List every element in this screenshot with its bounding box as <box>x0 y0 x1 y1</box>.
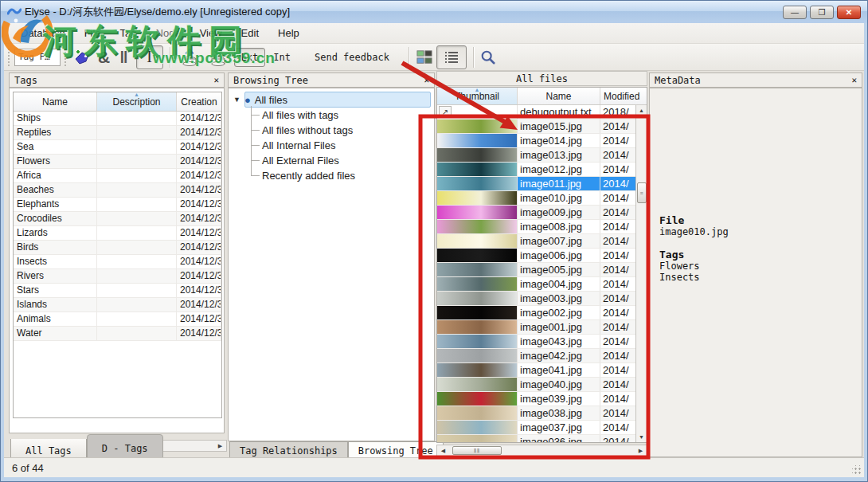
scroll-down-icon[interactable]: ▼ <box>635 432 647 442</box>
menu-node[interactable]: Node <box>147 25 190 41</box>
toolbar-grip[interactable] <box>64 48 68 67</box>
file-row[interactable]: image013.jpg2014/ <box>437 148 635 163</box>
file-row[interactable]: image003.jpg2014/ <box>437 292 635 306</box>
tag-row[interactable]: Rivers2014/12/3 <box>14 269 221 284</box>
metadata-close-icon[interactable]: ✕ <box>851 75 857 85</box>
search-icon[interactable] <box>479 49 498 65</box>
files-vscrollbar[interactable]: ▲ ≡ ▼ <box>635 105 647 442</box>
tag-row[interactable]: Stars2014/12/3 <box>14 284 221 298</box>
file-row[interactable]: image005.jpg2014/ <box>437 263 635 277</box>
file-row[interactable]: image009.jpg2014/ <box>437 206 635 220</box>
tag-or-icon[interactable]: ‖ <box>115 48 134 67</box>
menu-help[interactable]: Help <box>269 25 308 41</box>
maximize-button[interactable]: ❐ <box>810 6 834 19</box>
tag-row[interactable]: Insects2014/12/3 <box>14 255 221 269</box>
menu-database[interactable]: Database <box>12 25 74 41</box>
file-row[interactable]: image043.jpg2014/ <box>437 335 635 349</box>
tag-row[interactable]: Lizards2014/12/3 <box>14 226 221 241</box>
tag-row[interactable]: Crocodiles2014/12/3 <box>14 212 221 226</box>
tags-column-name[interactable]: Name <box>14 92 97 111</box>
tree-item[interactable]: All files without tags <box>248 123 434 138</box>
tag-filter-field[interactable]: Tag F… <box>14 49 61 66</box>
resize-grip[interactable] <box>852 465 862 475</box>
tree-item-all-files[interactable]: ▼ ● All files <box>230 92 432 108</box>
file-modified-cell: 2014/ <box>600 292 635 305</box>
menu-view[interactable]: View <box>191 25 231 41</box>
tag-row[interactable]: Reptiles2014/12/3 <box>14 126 221 140</box>
tag-row[interactable]: Birds2014/12/3 <box>14 241 221 255</box>
tree-item[interactable]: All External Files <box>248 153 434 168</box>
tag-row[interactable]: Ships2014/12/3 <box>14 112 221 126</box>
menu-file[interactable]: File <box>76 25 110 41</box>
tree-item[interactable]: All files with tags <box>248 108 434 123</box>
tag-row[interactable]: Islands2014/12/3 <box>14 298 221 312</box>
scroll-right-icon[interactable]: ▶ <box>635 445 647 456</box>
title-bar[interactable]: Elyse - D:/河东软件园/Elyse/demo.ely [Unregis… <box>1 1 867 23</box>
files-hscrollbar[interactable]: ◀ ⦀⦀ ▶ <box>436 445 647 457</box>
metadata-panel-header: MetaData ✕ <box>649 72 862 88</box>
tag-and-icon[interactable]: & <box>93 48 115 67</box>
tags-panel-close-icon[interactable]: ✕ <box>213 75 219 85</box>
file-row[interactable]: image008.jpg2014/ <box>437 220 635 234</box>
scrollbar-thumb[interactable]: ≡ <box>637 182 647 203</box>
scrollbar-thumb[interactable]: ⦀⦀ <box>452 446 502 455</box>
tag-row[interactable]: Beaches2014/12/3 <box>14 183 221 198</box>
tags-column-creation[interactable]: Creation <box>177 92 221 111</box>
file-row[interactable]: image038.jpg2014/ <box>437 406 635 421</box>
close-button[interactable]: ✕ <box>837 6 861 19</box>
file-row[interactable]: ↗debugoutput.txt2018/ <box>437 105 635 120</box>
external-files-toggle[interactable]: Ext <box>234 48 266 67</box>
file-row[interactable]: image040.jpg2014/ <box>437 378 635 392</box>
toolbar-grip[interactable] <box>7 48 11 67</box>
file-row[interactable]: image001.jpg2014/ <box>437 320 635 335</box>
file-row[interactable]: image011.jpg2014/ <box>437 177 635 191</box>
file-row[interactable]: image041.jpg2014/ <box>437 363 635 378</box>
add-tag-icon[interactable] <box>73 49 91 65</box>
file-row[interactable]: image037.jpg2014/ <box>437 421 635 435</box>
send-feedback-button[interactable]: Send feedback <box>308 52 396 63</box>
tag-row[interactable]: Africa2014/12/3 <box>14 169 221 183</box>
thumbnail-image <box>437 378 517 391</box>
file-row[interactable]: image015.jpg2014/ <box>437 120 635 134</box>
tags-column-description[interactable]: ▲ Description <box>97 92 177 111</box>
file-row[interactable]: image039.jpg2014/ <box>437 392 635 406</box>
ibeam-toggle-button[interactable]: I <box>136 45 163 69</box>
minimize-button[interactable]: — <box>783 6 807 19</box>
browsing-tree-close-icon[interactable]: ✕ <box>424 75 429 85</box>
scroll-up-icon[interactable]: ▲ <box>635 105 647 116</box>
file-thumbnail <box>437 406 518 420</box>
menu-tag[interactable]: Tag <box>111 25 146 41</box>
tag-row[interactable]: Animals2014/12/3 <box>14 312 221 327</box>
tags-panel-header: Tags ✕ <box>9 72 225 88</box>
scroll-right-icon[interactable]: ▶ <box>214 441 226 451</box>
tag-creation-cell: 2014/12/3 <box>177 298 221 312</box>
scroll-left-icon[interactable]: ◀ <box>437 445 449 456</box>
internal-files-toggle[interactable]: Int <box>267 52 297 63</box>
thumbnail-view-icon[interactable] <box>414 49 435 65</box>
file-row[interactable]: image006.jpg2014/ <box>437 249 635 263</box>
export-database-icon[interactable] <box>179 48 200 67</box>
files-column-thumbnail[interactable]: ▲ Thumbnail <box>437 88 518 104</box>
tree-item[interactable]: Recently added files <box>248 168 434 183</box>
file-row[interactable]: image014.jpg2014/ <box>437 134 635 148</box>
tag-row[interactable]: Elephants2014/12/3 <box>14 198 221 212</box>
metadata-tag: Flowers <box>659 261 729 272</box>
collapse-icon[interactable]: ▼ <box>233 96 240 104</box>
file-row[interactable]: image002.jpg2014/ <box>437 306 635 320</box>
files-column-modified[interactable]: Modified <box>600 88 647 104</box>
menu-edit[interactable]: Edit <box>233 25 268 41</box>
file-row[interactable]: image036.jpg2014/ <box>437 435 635 442</box>
file-row[interactable]: image012.jpg2014/ <box>437 163 635 177</box>
list-view-button[interactable] <box>436 45 467 69</box>
file-name-cell: image013.jpg <box>518 148 600 162</box>
file-row[interactable]: image004.jpg2014/ <box>437 277 635 292</box>
import-database-icon[interactable] <box>208 48 229 67</box>
files-column-name[interactable]: Name <box>518 88 600 104</box>
tree-item[interactable]: All Internal Files <box>248 138 434 153</box>
tag-row[interactable]: Water2014/12/3 <box>14 327 221 341</box>
tag-row[interactable]: Sea2014/12/3 <box>14 140 221 155</box>
tag-row[interactable]: Flowers2014/12/3 <box>14 155 221 169</box>
file-row[interactable]: image042.jpg2014/ <box>437 349 635 363</box>
file-row[interactable]: image010.jpg2014/ <box>437 191 635 206</box>
file-row[interactable]: image007.jpg2014/ <box>437 234 635 249</box>
